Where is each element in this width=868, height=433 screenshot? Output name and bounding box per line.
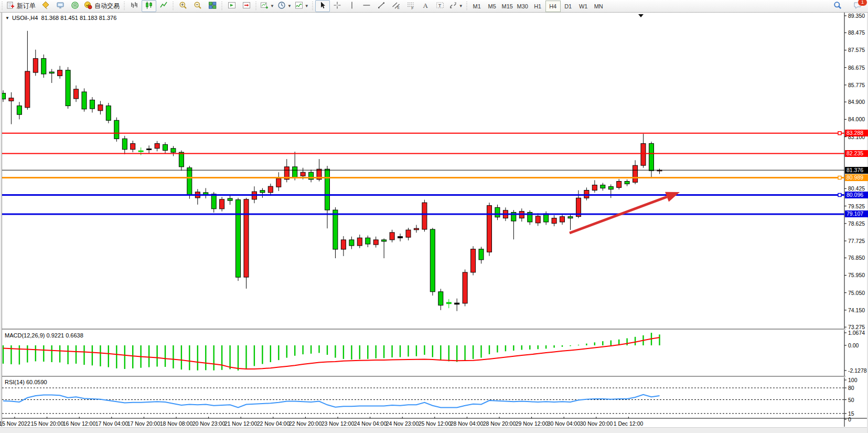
title-collapse-arrow-icon[interactable]: ▼ [5,16,9,20]
trendline-tool-button[interactable] [374,0,389,12]
chevron-down-icon[interactable]: ▼ [270,4,274,8]
chart-canvas [0,0,868,433]
chart-bars-icon [130,1,138,11]
shapes-icon [449,1,457,11]
chevron-down-icon[interactable]: ▼ [305,4,309,8]
text-label-tool-button[interactable]: T [433,0,447,12]
text-tool-button[interactable]: A [418,0,433,12]
cursor-tool-button[interactable] [315,0,330,12]
arrows-tool-button[interactable]: ▼ [447,0,465,12]
timeframe-m5-button[interactable]: M5 [485,1,500,12]
price-tick-label: 79.525 [848,203,868,209]
rsi-tick-label: 0 [848,416,868,423]
fibonacci-tool-button[interactable]: F [403,0,418,12]
macd-tick-label: 1.0674 [848,330,868,336]
horizontal-line-tool-button[interactable] [359,0,374,12]
price-line-badge: 80.989 [845,174,868,181]
toolbar-grip[interactable] [466,2,468,11]
kite-icon [41,1,50,11]
indicators-icon [295,1,303,11]
timeframe-m30-button[interactable]: M30 [515,1,530,12]
label-icon: T [436,1,444,11]
vps-button[interactable] [53,0,68,12]
trendline-icon [377,1,385,11]
chart-ohlc-values: 81.368 81.451 81.183 81.376 [41,15,117,21]
tile-windows-button[interactable] [205,0,220,12]
chevron-down-icon[interactable]: ▼ [459,4,463,8]
signals-button[interactable] [68,0,82,12]
crosshair-tool-button[interactable] [330,0,345,12]
rsi-tick-label: 80 [848,385,868,391]
chat-button[interactable]: 1 [850,0,865,12]
rsi-tick-label: 50 [848,397,868,403]
toolbar-grip[interactable] [312,2,314,11]
toolbar-grip[interactable] [1,2,4,11]
svg-text:T: T [438,3,442,8]
price-line-badge: 82.235 [845,150,868,157]
price-tick-label: 88.475 [848,29,868,36]
equidistant-channel-tool-button[interactable]: E [389,0,403,12]
search-button[interactable] [830,0,845,12]
macd-tick-label: 0.00 [848,342,868,348]
price-tick-label: 77.725 [848,238,868,244]
toolbar-grip[interactable] [221,2,223,11]
line-chart-button[interactable] [156,0,171,12]
price-line-badge: 81.376 [845,167,868,174]
periods-button[interactable]: ▼ [276,0,293,12]
autotrading-button[interactable]: 自动交易 [82,0,122,12]
indicators-button[interactable]: ▼ [293,0,310,12]
timeframe-mn-button[interactable]: MN [591,1,606,12]
macd-tick-label: -2.1278 [848,367,868,374]
zoom-in-icon [179,1,187,11]
window-bottom-strip [0,427,868,433]
new-chart-icon [260,1,269,11]
rsi-tick-label: 100 [848,377,868,383]
new-order-button[interactable]: 新订单 [5,0,38,12]
toolbar-grip[interactable] [172,2,175,11]
price-tick-label: 89.350 [848,13,868,19]
chat-unread-badge: 1 [858,0,867,6]
macd-indicator-label: MACD(12,26,9) 0.9221 0.6638 [5,332,83,339]
toolbar-grip[interactable] [123,2,126,11]
vertical-line-tool-button[interactable] [345,0,359,12]
svg-text:E: E [397,6,400,9]
timeframe-m15-button[interactable]: M15 [500,1,515,12]
price-tick-label: 74.150 [848,307,868,313]
timeframe-h1-button[interactable]: H1 [530,1,545,12]
chart-shift-button[interactable] [239,0,254,12]
vline-icon [348,1,356,11]
autotrading-button-label: 自动交易 [93,2,121,10]
candlestick-chart-button[interactable] [142,0,156,12]
price-tick-label: 84.000 [848,116,868,122]
pane-separator-macd[interactable] [0,329,845,330]
cursor-icon [318,1,327,11]
pane-separator-rsi[interactable] [0,376,845,377]
svg-text:F: F [411,6,413,10]
chevron-down-icon[interactable]: ▼ [287,4,292,8]
zoom-out-button[interactable] [190,0,205,12]
bar-chart-button[interactable] [127,0,142,12]
price-tick-label: 86.675 [848,65,868,71]
new-order-icon [6,1,15,11]
chart-symbol-timeframe: USOil-,H4 [12,15,38,21]
rsi-indicator-label: RSI(14) 60.0590 [5,379,47,385]
timeframe-h4-button[interactable]: H4 [545,1,561,12]
new-chart-button[interactable]: ▼ [259,0,276,12]
chart-shift-icon [242,1,251,11]
price-tick-label: 85.775 [848,82,868,88]
auto-scroll-button[interactable] [224,0,239,12]
community-button[interactable] [38,0,53,12]
zoom-out-icon [194,1,202,11]
main-toolbar: 新订单自动交易▼▼▼EFAT▼M1M5M15M30H1H4D1W1MN1 [0,0,868,13]
timeframe-d1-button[interactable]: D1 [561,1,576,12]
price-tick-label: 80.425 [848,185,868,192]
tile-windows-icon [208,1,217,11]
timeframe-m1-button[interactable]: M1 [469,1,485,12]
chart-candles-icon [145,1,153,11]
price-tick-label: 78.625 [848,220,868,227]
search-icon [833,1,842,11]
crosshair-icon [333,1,341,11]
timeframe-w1-button[interactable]: W1 [576,1,591,12]
zoom-in-button[interactable] [176,0,190,12]
toolbar-grip[interactable] [255,2,258,11]
